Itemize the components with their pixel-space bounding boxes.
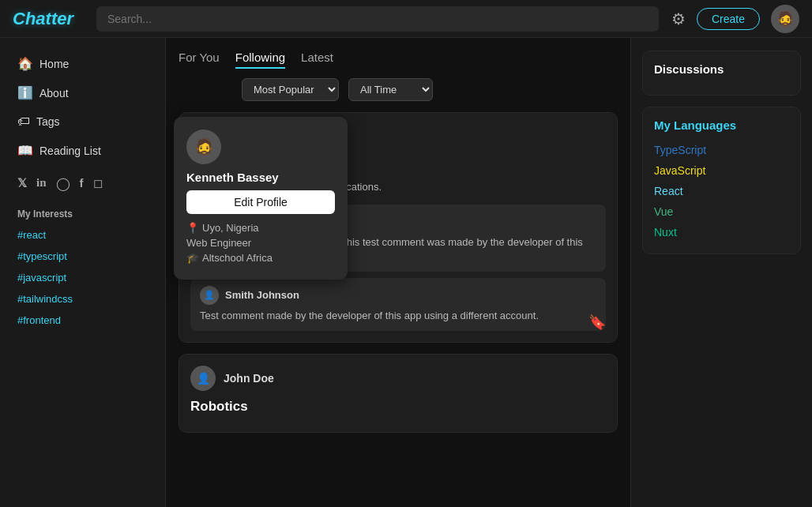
comment-box: 👤 Smith Johnson Test comment made by the… [190,278,606,331]
post-title: Robotics [190,399,606,415]
discussions-title: Discussions [654,62,789,76]
sidebar-item-about[interactable]: ℹ️ About [9,80,156,106]
header: Chatter ⚙ Create 🧔 [0,0,812,38]
profile-popup: 🧔 Kenneth Bassey Edit Profile 📍 Uyo, Nig… [174,117,348,280]
time-filter[interactable]: All Time This Week This Month [348,78,433,101]
popup-school: 🎓 Altschool Africa [186,252,335,264]
comment-author: Smith Johnson [225,289,299,301]
post-card: 👤 John Doe Robotics [179,354,618,433]
feed-filters: Most Popular Least Popular Trending All … [242,78,618,101]
popup-avatar: 🧔 [186,130,221,164]
info-icon: ℹ️ [17,85,33,100]
popularity-filter[interactable]: Most Popular Least Popular Trending [242,78,339,101]
my-languages-title: My Languages [654,118,789,132]
interest-tag-typescript[interactable]: #typescript [9,247,156,265]
language-item-vue[interactable]: Vue [654,201,789,222]
home-icon: 🏠 [17,56,33,71]
post-avatar: 👤 [190,366,216,391]
interest-tag-frontend[interactable]: #frontend [9,311,156,329]
right-panel: Discussions My Languages TypeScript Java… [630,38,812,507]
tab-latest[interactable]: Latest [301,51,333,69]
bookmark-icon[interactable]: 🔖 [588,314,606,331]
instagram-icon[interactable]: ◻ [93,176,103,191]
social-links: 𝕏 in ◯ f ◻ [9,170,156,197]
github-icon[interactable]: ◯ [56,176,70,191]
interest-tag-tailwindcss[interactable]: #tailwindcss [9,290,156,308]
tag-icon: 🏷 [17,115,30,129]
feed: For You Following Latest Most Popular Le… [166,38,630,507]
tab-for-you[interactable]: For You [179,51,220,69]
avatar[interactable]: 🧔 [771,5,799,33]
edit-profile-button[interactable]: Edit Profile [186,190,335,214]
languages-section: My Languages TypeScript JavaScript React… [642,107,801,254]
twitter-icon[interactable]: 𝕏 [17,176,27,191]
comment-header: 👤 Smith Johnson [200,286,596,305]
sidebar-item-label: Tags [36,115,60,128]
post-header: 👤 John Doe [190,366,606,391]
popup-name: Kenneth Bassey [186,171,335,184]
my-interests-title: My Interests [9,201,156,223]
sidebar-item-label: Home [39,58,69,70]
sidebar-item-label: Reading List [39,145,101,157]
location-icon: 📍 [186,222,199,234]
sidebar-item-reading-list[interactable]: 📖 Reading List [9,137,156,163]
interest-tag-react[interactable]: #react [9,226,156,244]
comment-text: Test comment made by the developer of th… [200,309,596,323]
sidebar: 🏠 Home ℹ️ About 🏷 Tags 📖 Reading List 𝕏 … [0,38,166,507]
book-icon: 📖 [17,143,33,158]
gear-icon[interactable]: ⚙ [671,9,686,28]
sidebar-item-label: About [39,87,69,100]
linkedin-icon[interactable]: in [36,176,47,191]
logo: Chatter [13,9,84,29]
popup-role: Web Engineer [186,237,335,249]
language-item-javascript[interactable]: JavaScript [654,160,789,181]
header-right: ⚙ Create 🧔 [671,5,799,33]
main-layout: 🏠 Home ℹ️ About 🏷 Tags 📖 Reading List 𝕏 … [0,38,812,507]
post-author: John Doe [224,372,274,385]
interest-tag-javascript[interactable]: #javascript [9,269,156,287]
feed-tabs: For You Following Latest [179,51,618,69]
create-button[interactable]: Create [697,8,760,30]
language-item-nuxt[interactable]: Nuxt [654,222,789,242]
tab-following[interactable]: Following [235,51,285,69]
sidebar-item-home[interactable]: 🏠 Home [9,51,156,77]
discussions-section: Discussions [642,51,801,96]
language-item-typescript[interactable]: TypeScript [654,140,789,160]
popup-location: 📍 Uyo, Nigeria [186,222,335,234]
facebook-icon[interactable]: f [80,176,84,191]
sidebar-item-tags[interactable]: 🏷 Tags [9,109,156,134]
search-input[interactable] [96,6,659,32]
comment-avatar: 👤 [200,286,219,305]
school-icon: 🎓 [186,252,199,264]
language-item-react[interactable]: React [654,181,789,201]
